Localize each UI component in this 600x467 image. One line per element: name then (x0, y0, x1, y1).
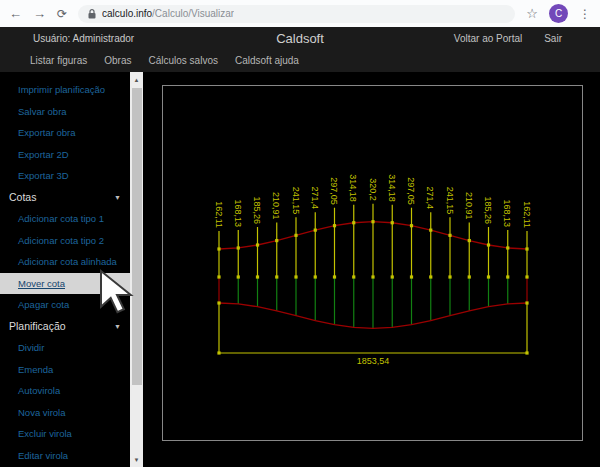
sidebar-item-label: Salvar obra (18, 106, 67, 117)
profile-avatar[interactable]: C (549, 4, 568, 23)
chevron-down-icon: ▼ (114, 194, 121, 201)
scroll-up-icon[interactable]: ▲ (130, 73, 143, 86)
scrollbar-thumb[interactable] (132, 88, 142, 385)
sidebar-item-mover-cota[interactable]: Mover cota (0, 273, 130, 295)
reload-icon[interactable]: ⟳ (57, 8, 67, 20)
sidebar-category-planificacao[interactable]: Planificação▼ (0, 316, 130, 338)
browser-menu-icon[interactable]: ⋮ (579, 8, 591, 20)
url-text: calculo.info/Calculo/Visualizar (102, 8, 234, 19)
sidebar-scrollbar[interactable]: ▲ ▼ (130, 72, 143, 467)
header-top-row: Usuário: Administrador Caldsoft Voltar a… (0, 27, 600, 49)
sidebar-item-editar-virola[interactable]: Editar virola (0, 445, 130, 467)
sidebar-item-nova-virola[interactable]: Nova virola (0, 402, 130, 424)
sidebar-item-adicionar-cota-alinhada[interactable]: Adicionar cota alinhada (0, 251, 130, 273)
logout-link[interactable]: Sair (544, 33, 562, 44)
sidebar-item-label: Nova virola (18, 407, 66, 418)
url-bar[interactable]: calculo.info/Calculo/Visualizar (78, 5, 515, 23)
sidebar-item-label: Planificação (9, 320, 66, 332)
nav-item[interactable]: Cálculos salvos (148, 55, 217, 66)
sidebar-item-label: Dividir (18, 342, 44, 353)
back-icon[interactable]: ← (9, 7, 22, 20)
sidebar-item-label: Adicionar cota alinhada (18, 256, 117, 267)
sidebar-item-exportar-3d[interactable]: Exportar 3D (0, 165, 130, 187)
app-header: Usuário: Administrador Caldsoft Voltar a… (0, 27, 600, 72)
sidebar-item-salvar-obra[interactable]: Salvar obra (0, 101, 130, 123)
sidebar-item-exportar-obra[interactable]: Exportar obra (0, 122, 130, 144)
sidebar-item-autovirola[interactable]: Autovirola (0, 380, 130, 402)
portal-link[interactable]: Voltar ao Portal (454, 33, 522, 44)
url-domain: calculo.info (102, 8, 152, 19)
main-nav: Listar figurasObrasCálculos salvosCaldso… (0, 49, 600, 72)
app-title: Caldsoft (276, 31, 324, 46)
scroll-down-icon[interactable]: ▼ (130, 453, 143, 466)
lock-icon (88, 9, 96, 19)
chevron-down-icon: ▼ (114, 323, 121, 330)
sidebar-item-exportar-2d[interactable]: Exportar 2D (0, 144, 130, 166)
sidebar-item-dividir[interactable]: Dividir (0, 337, 130, 359)
forward-icon[interactable]: → (33, 7, 46, 20)
sidebar-item-adicionar-cota-tipo-1[interactable]: Adicionar cota tipo 1 (0, 208, 130, 230)
sidebar-item-label: Cotas (9, 191, 36, 203)
nav-item[interactable]: Listar figuras (30, 55, 87, 66)
sidebar-item-label: Imprimir planificação (18, 84, 105, 95)
sidebar-category-cotas[interactable]: Cotas▼ (0, 187, 130, 209)
sidebar-item-label: Excluir virola (18, 428, 72, 439)
drawing-frame[interactable] (162, 85, 583, 441)
bookmark-star-icon[interactable]: ☆ (526, 7, 538, 20)
user-label: Usuário: Administrador (33, 33, 134, 44)
sidebar-item-label: Autovirola (18, 385, 60, 396)
sidebar-item-imprimir-planificacao[interactable]: Imprimir planificação (0, 79, 130, 101)
sidebar-item-label: Exportar obra (18, 127, 76, 138)
sidebar-item-label: Mover cota (18, 278, 65, 289)
sidebar-item-label: Apagar cota (18, 299, 69, 310)
nav-item[interactable]: Obras (104, 55, 131, 66)
sidebar-item-label: Adicionar cota tipo 1 (18, 213, 104, 224)
browser-toolbar: ← → ⟳ calculo.info/Calculo/Visualizar ☆ … (0, 0, 600, 27)
sidebar-item-label: Adicionar cota tipo 2 (18, 235, 104, 246)
sidebar-item-label: Exportar 2D (18, 149, 69, 160)
url-path: /Calculo/Visualizar (152, 8, 234, 19)
sidebar-item-adicionar-cota-tipo-2[interactable]: Adicionar cota tipo 2 (0, 230, 130, 252)
sidebar-item-label: Editar virola (18, 450, 68, 461)
sidebar-item-emenda[interactable]: Emenda (0, 359, 130, 381)
sidebar-item-label: Emenda (18, 364, 53, 375)
sidebar-item-apagar-cota[interactable]: Apagar cota (0, 294, 130, 316)
nav-item[interactable]: Caldsoft ajuda (235, 55, 299, 66)
sidebar-item-label: Exportar 3D (18, 170, 69, 181)
sidebar: Imprimir planificaçãoSalvar obraExportar… (0, 72, 130, 467)
sidebar-item-excluir-virola[interactable]: Excluir virola (0, 423, 130, 445)
screen: ← → ⟳ calculo.info/Calculo/Visualizar ☆ … (0, 0, 600, 467)
